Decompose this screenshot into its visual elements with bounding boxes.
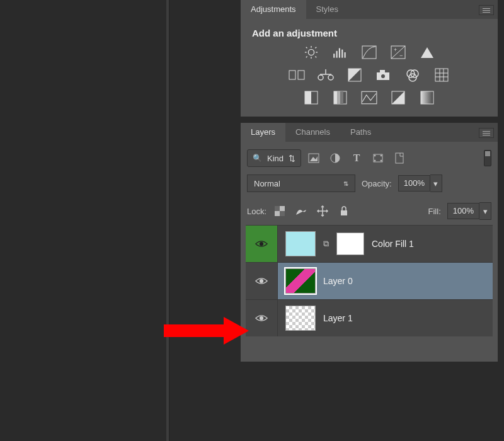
lock-all-icon[interactable] — [337, 205, 351, 217]
hue-saturation-icon[interactable] — [288, 67, 306, 83]
svg-point-0 — [308, 49, 314, 55]
filter-smartobject-icon[interactable] — [393, 152, 406, 164]
kind-label: Kind — [267, 154, 284, 163]
svg-rect-9 — [333, 54, 335, 58]
chevron-down-icon[interactable]: ▾ — [430, 175, 442, 192]
gradient-map-icon[interactable] — [418, 90, 436, 105]
lock-position-icon[interactable] — [316, 205, 329, 217]
chevron-updown-icon: ⇅ — [343, 180, 348, 187]
svg-rect-12 — [341, 50, 343, 58]
svg-rect-11 — [339, 49, 340, 58]
invert-icon[interactable] — [302, 90, 320, 105]
svg-rect-55 — [396, 153, 403, 163]
panel-flyout-menu[interactable] — [479, 128, 494, 138]
svg-rect-14 — [362, 46, 376, 59]
exposure-icon[interactable]: +− — [389, 45, 407, 60]
svg-marker-18 — [421, 47, 433, 58]
channel-mixer-icon[interactable] — [404, 67, 421, 83]
layer-thumbnail[interactable] — [285, 268, 316, 294]
black-white-icon[interactable] — [346, 67, 364, 83]
fill-value: 100% — [447, 203, 479, 219]
layer-name[interactable]: Layer 0 — [323, 276, 353, 286]
svg-point-51 — [374, 155, 375, 156]
search-icon: 🔍 — [253, 154, 262, 163]
chevron-down-icon[interactable]: ▾ — [479, 202, 491, 220]
filter-adjustment-icon[interactable] — [329, 152, 341, 164]
svg-line-6 — [315, 56, 316, 57]
brightness-contrast-icon[interactable] — [302, 45, 320, 60]
svg-rect-19 — [289, 71, 295, 79]
color-balance-icon[interactable] — [317, 67, 335, 83]
svg-point-63 — [260, 280, 263, 283]
opacity-label: Opacity: — [362, 179, 392, 188]
lock-image-icon[interactable] — [294, 205, 308, 217]
tab-channels[interactable]: Channels — [285, 123, 340, 142]
svg-rect-20 — [298, 71, 304, 79]
blend-mode-select[interactable]: Normal ⇅ — [247, 175, 355, 192]
layer-name[interactable]: Layer 1 — [323, 313, 353, 323]
opacity-input[interactable]: 100% ▾ — [398, 175, 442, 192]
svg-marker-48 — [310, 156, 318, 161]
layer-list: ⧉ Color Fill 1 Layer 0 — [246, 225, 493, 336]
layers-tabs: Layers Channels Paths — [241, 123, 498, 142]
layer-row[interactable]: Layer 0 — [246, 262, 493, 299]
levels-icon[interactable] — [331, 45, 349, 60]
visibility-toggle[interactable] — [246, 226, 278, 262]
selective-color-icon[interactable] — [389, 90, 407, 105]
svg-point-23 — [328, 75, 333, 80]
layer-thumbnail[interactable] — [285, 231, 316, 256]
tab-paths[interactable]: Paths — [340, 123, 381, 142]
svg-rect-10 — [336, 51, 338, 58]
tab-styles[interactable]: Styles — [306, 0, 348, 19]
svg-rect-58 — [280, 211, 285, 216]
visibility-toggle[interactable] — [246, 300, 278, 336]
svg-marker-45 — [392, 91, 404, 104]
svg-line-5 — [306, 47, 307, 49]
color-lookup-icon[interactable] — [433, 67, 450, 83]
svg-point-52 — [381, 155, 382, 156]
svg-rect-40 — [334, 91, 337, 104]
threshold-icon[interactable] — [360, 90, 378, 105]
lock-label: Lock: — [247, 207, 266, 216]
vibrance-icon[interactable] — [418, 45, 436, 60]
blend-mode-value: Normal — [254, 179, 280, 188]
svg-rect-32 — [435, 69, 448, 81]
svg-rect-61 — [341, 210, 347, 215]
fill-input[interactable]: 100% ▾ — [447, 202, 491, 220]
layer-row[interactable]: ⧉ Color Fill 1 — [246, 225, 493, 262]
svg-point-54 — [381, 160, 382, 161]
lock-transparency-icon[interactable] — [273, 205, 287, 217]
link-icon[interactable]: ⧉ — [323, 239, 329, 249]
svg-line-8 — [315, 47, 316, 49]
canvas-edge — [166, 0, 169, 441]
layer-mask-thumbnail[interactable] — [336, 232, 364, 255]
curves-icon[interactable] — [360, 45, 378, 60]
tab-adjustments[interactable]: Adjustments — [241, 0, 306, 19]
layer-name[interactable]: Color Fill 1 — [372, 239, 414, 249]
photo-filter-icon[interactable] — [375, 67, 392, 83]
svg-rect-42 — [340, 91, 343, 104]
svg-line-7 — [306, 56, 307, 57]
svg-rect-57 — [275, 206, 280, 211]
adjustments-panel: Adjustments Styles Add an adjustment — [241, 0, 498, 117]
filter-pixel-icon[interactable] — [307, 152, 320, 164]
fill-label: Fill: — [428, 207, 441, 216]
filter-shape-icon[interactable] — [372, 152, 384, 164]
filter-type-icon[interactable]: T — [350, 152, 363, 164]
tab-layers[interactable]: Layers — [241, 123, 285, 142]
layer-filter-kind-select[interactable]: 🔍 Kind ⇅ — [247, 149, 301, 167]
svg-rect-43 — [362, 91, 377, 104]
svg-rect-13 — [345, 52, 346, 58]
layers-panel: Layers Channels Paths 🔍 Kind ⇅ T — [241, 123, 498, 362]
svg-rect-38 — [305, 91, 311, 104]
filter-toggle-switch[interactable] — [484, 150, 491, 166]
svg-point-62 — [260, 243, 263, 246]
annotation-arrow — [164, 312, 252, 352]
panel-flyout-menu[interactable] — [479, 5, 494, 15]
layer-row[interactable]: Layer 1 — [246, 299, 493, 336]
svg-rect-27 — [380, 70, 385, 73]
posterize-icon[interactable] — [331, 90, 349, 105]
layer-thumbnail[interactable] — [285, 306, 316, 331]
svg-text:−: − — [399, 52, 403, 59]
visibility-toggle[interactable] — [246, 263, 278, 299]
